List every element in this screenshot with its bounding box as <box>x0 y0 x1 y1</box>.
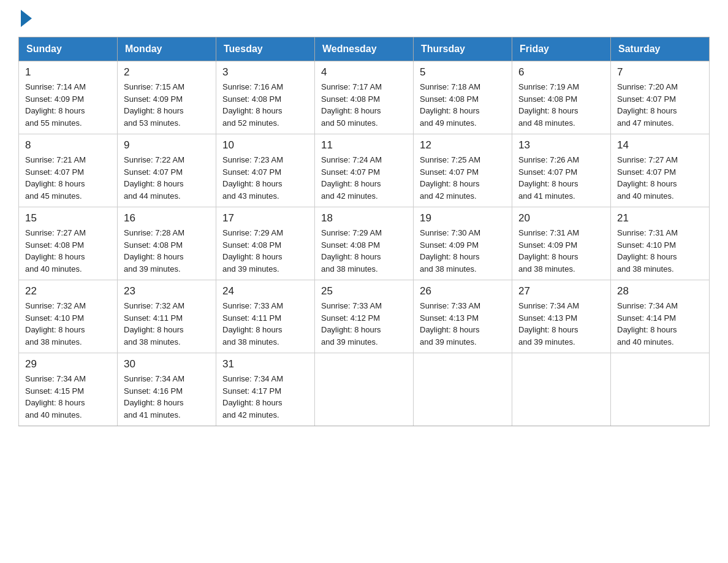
day-info: Sunrise: 7:34 AM Sunset: 4:13 PM Dayligh… <box>518 300 604 348</box>
day-number: 26 <box>420 285 506 297</box>
calendar-table: SundayMondayTuesdayWednesdayThursdayFrid… <box>18 37 710 426</box>
calendar-day-cell: 9 Sunrise: 7:22 AM Sunset: 4:07 PM Dayli… <box>118 134 216 207</box>
day-info: Sunrise: 7:32 AM Sunset: 4:10 PM Dayligh… <box>25 300 111 348</box>
calendar-day-cell: 25 Sunrise: 7:33 AM Sunset: 4:12 PM Dayl… <box>315 280 414 353</box>
day-number: 19 <box>420 212 506 224</box>
calendar-day-cell: 23 Sunrise: 7:32 AM Sunset: 4:11 PM Dayl… <box>118 280 216 353</box>
calendar-day-cell: 30 Sunrise: 7:34 AM Sunset: 4:16 PM Dayl… <box>118 353 216 426</box>
calendar-day-cell: 3 Sunrise: 7:16 AM Sunset: 4:08 PM Dayli… <box>216 61 315 134</box>
day-info: Sunrise: 7:34 AM Sunset: 4:17 PM Dayligh… <box>222 373 308 421</box>
day-number: 27 <box>518 285 604 297</box>
calendar-week-row: 1 Sunrise: 7:14 AM Sunset: 4:09 PM Dayli… <box>19 61 710 134</box>
day-of-week-header: Monday <box>118 37 216 61</box>
calendar-day-cell: 22 Sunrise: 7:32 AM Sunset: 4:10 PM Dayl… <box>19 280 118 353</box>
day-info: Sunrise: 7:21 AM Sunset: 4:07 PM Dayligh… <box>25 154 111 202</box>
day-info: Sunrise: 7:32 AM Sunset: 4:11 PM Dayligh… <box>124 300 210 348</box>
day-info: Sunrise: 7:18 AM Sunset: 4:08 PM Dayligh… <box>420 81 506 129</box>
calendar-day-cell: 13 Sunrise: 7:26 AM Sunset: 4:07 PM Dayl… <box>512 134 611 207</box>
calendar-day-cell: 11 Sunrise: 7:24 AM Sunset: 4:07 PM Dayl… <box>315 134 414 207</box>
day-info: Sunrise: 7:30 AM Sunset: 4:09 PM Dayligh… <box>420 227 506 275</box>
day-number: 15 <box>25 212 111 224</box>
day-number: 9 <box>124 139 210 151</box>
day-info: Sunrise: 7:29 AM Sunset: 4:08 PM Dayligh… <box>321 227 407 275</box>
day-of-week-header: Thursday <box>414 37 512 61</box>
calendar-day-cell: 21 Sunrise: 7:31 AM Sunset: 4:10 PM Dayl… <box>611 207 710 280</box>
calendar-day-cell: 17 Sunrise: 7:29 AM Sunset: 4:08 PM Dayl… <box>216 207 315 280</box>
day-info: Sunrise: 7:31 AM Sunset: 4:09 PM Dayligh… <box>518 227 604 275</box>
day-info: Sunrise: 7:23 AM Sunset: 4:07 PM Dayligh… <box>222 154 308 202</box>
day-info: Sunrise: 7:15 AM Sunset: 4:09 PM Dayligh… <box>124 81 210 129</box>
day-number: 3 <box>222 66 308 79</box>
day-number: 10 <box>222 139 308 151</box>
day-number: 18 <box>321 212 407 224</box>
calendar-day-cell: 12 Sunrise: 7:25 AM Sunset: 4:07 PM Dayl… <box>414 134 512 207</box>
day-info: Sunrise: 7:29 AM Sunset: 4:08 PM Dayligh… <box>222 227 308 275</box>
logo <box>18 12 32 25</box>
calendar-day-cell: 2 Sunrise: 7:15 AM Sunset: 4:09 PM Dayli… <box>118 61 216 134</box>
day-info: Sunrise: 7:33 AM Sunset: 4:11 PM Dayligh… <box>222 300 308 348</box>
day-info: Sunrise: 7:25 AM Sunset: 4:07 PM Dayligh… <box>420 154 506 202</box>
day-number: 17 <box>222 212 308 224</box>
day-info: Sunrise: 7:31 AM Sunset: 4:10 PM Dayligh… <box>617 227 703 275</box>
day-info: Sunrise: 7:17 AM Sunset: 4:08 PM Dayligh… <box>321 81 407 129</box>
day-number: 28 <box>617 285 703 297</box>
day-number: 30 <box>124 358 210 370</box>
day-number: 21 <box>617 212 703 224</box>
calendar-day-cell: 26 Sunrise: 7:33 AM Sunset: 4:13 PM Dayl… <box>414 280 512 353</box>
calendar-week-row: 8 Sunrise: 7:21 AM Sunset: 4:07 PM Dayli… <box>19 134 710 207</box>
day-number: 31 <box>222 358 308 370</box>
day-number: 16 <box>124 212 210 224</box>
calendar-day-cell: 27 Sunrise: 7:34 AM Sunset: 4:13 PM Dayl… <box>512 280 611 353</box>
calendar-day-cell: 19 Sunrise: 7:30 AM Sunset: 4:09 PM Dayl… <box>414 207 512 280</box>
day-of-week-header: Saturday <box>611 37 710 61</box>
calendar-week-row: 22 Sunrise: 7:32 AM Sunset: 4:10 PM Dayl… <box>19 280 710 353</box>
calendar-day-cell <box>512 353 611 426</box>
day-info: Sunrise: 7:27 AM Sunset: 4:07 PM Dayligh… <box>617 154 703 202</box>
day-number: 1 <box>25 66 111 79</box>
calendar-day-cell: 6 Sunrise: 7:19 AM Sunset: 4:08 PM Dayli… <box>512 61 611 134</box>
day-number: 8 <box>25 139 111 151</box>
day-of-week-header: Sunday <box>19 37 118 61</box>
day-info: Sunrise: 7:27 AM Sunset: 4:08 PM Dayligh… <box>25 227 111 275</box>
calendar-day-cell <box>315 353 414 426</box>
logo-arrow-icon <box>21 10 32 27</box>
day-info: Sunrise: 7:19 AM Sunset: 4:08 PM Dayligh… <box>518 81 604 129</box>
day-number: 2 <box>124 66 210 79</box>
calendar-week-row: 15 Sunrise: 7:27 AM Sunset: 4:08 PM Dayl… <box>19 207 710 280</box>
calendar-day-cell: 5 Sunrise: 7:18 AM Sunset: 4:08 PM Dayli… <box>414 61 512 134</box>
calendar-week-row: 29 Sunrise: 7:34 AM Sunset: 4:15 PM Dayl… <box>19 353 710 426</box>
calendar-day-cell: 28 Sunrise: 7:34 AM Sunset: 4:14 PM Dayl… <box>611 280 710 353</box>
calendar-day-cell: 14 Sunrise: 7:27 AM Sunset: 4:07 PM Dayl… <box>611 134 710 207</box>
calendar-day-cell: 31 Sunrise: 7:34 AM Sunset: 4:17 PM Dayl… <box>216 353 315 426</box>
day-of-week-header: Tuesday <box>216 37 315 61</box>
calendar-day-cell: 24 Sunrise: 7:33 AM Sunset: 4:11 PM Dayl… <box>216 280 315 353</box>
calendar-day-cell: 7 Sunrise: 7:20 AM Sunset: 4:07 PM Dayli… <box>611 61 710 134</box>
day-number: 20 <box>518 212 604 224</box>
calendar-day-cell <box>414 353 512 426</box>
page-header <box>18 12 710 25</box>
calendar-header-row: SundayMondayTuesdayWednesdayThursdayFrid… <box>19 37 710 61</box>
day-info: Sunrise: 7:20 AM Sunset: 4:07 PM Dayligh… <box>617 81 703 129</box>
day-info: Sunrise: 7:22 AM Sunset: 4:07 PM Dayligh… <box>124 154 210 202</box>
calendar-day-cell: 10 Sunrise: 7:23 AM Sunset: 4:07 PM Dayl… <box>216 134 315 207</box>
day-info: Sunrise: 7:33 AM Sunset: 4:12 PM Dayligh… <box>321 300 407 348</box>
day-number: 4 <box>321 66 407 79</box>
day-info: Sunrise: 7:16 AM Sunset: 4:08 PM Dayligh… <box>222 81 308 129</box>
day-info: Sunrise: 7:34 AM Sunset: 4:14 PM Dayligh… <box>617 300 703 348</box>
day-number: 12 <box>420 139 506 151</box>
day-number: 14 <box>617 139 703 151</box>
day-number: 24 <box>222 285 308 297</box>
day-info: Sunrise: 7:33 AM Sunset: 4:13 PM Dayligh… <box>420 300 506 348</box>
day-number: 5 <box>420 66 506 79</box>
calendar-day-cell: 8 Sunrise: 7:21 AM Sunset: 4:07 PM Dayli… <box>19 134 118 207</box>
calendar-day-cell: 1 Sunrise: 7:14 AM Sunset: 4:09 PM Dayli… <box>19 61 118 134</box>
day-info: Sunrise: 7:34 AM Sunset: 4:16 PM Dayligh… <box>124 373 210 421</box>
day-number: 29 <box>25 358 111 370</box>
day-number: 11 <box>321 139 407 151</box>
calendar-day-cell: 15 Sunrise: 7:27 AM Sunset: 4:08 PM Dayl… <box>19 207 118 280</box>
calendar-day-cell: 29 Sunrise: 7:34 AM Sunset: 4:15 PM Dayl… <box>19 353 118 426</box>
day-number: 6 <box>518 66 604 79</box>
day-of-week-header: Wednesday <box>315 37 414 61</box>
calendar-day-cell: 4 Sunrise: 7:17 AM Sunset: 4:08 PM Dayli… <box>315 61 414 134</box>
day-number: 13 <box>518 139 604 151</box>
